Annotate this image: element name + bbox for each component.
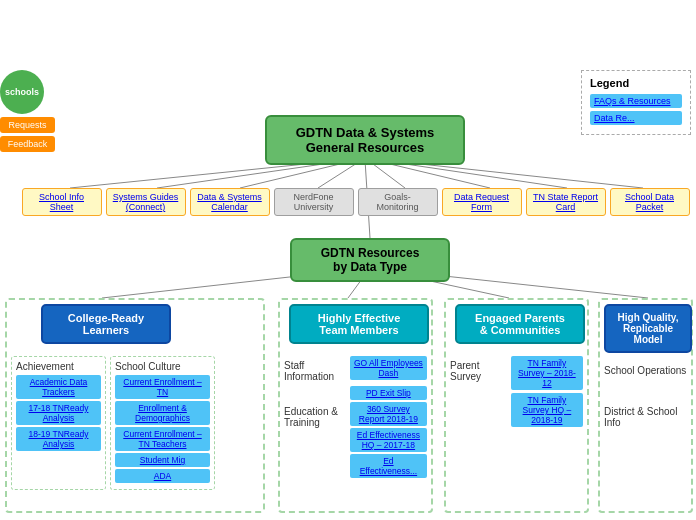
col3-links: TN Family Survey – 2018-12 TN Family Sur… (511, 356, 583, 429)
achievement-label: Achievement (16, 361, 101, 372)
gdtn-main-box: GDTN Data & Systems General Resources (265, 115, 465, 165)
col3-dashed-section: Engaged Parents & Communities Parent Sur… (444, 298, 589, 513)
legend-item-faqs[interactable]: FAQs & Resources (590, 94, 682, 108)
gdtn-sub-line1: GDTN Resources (306, 246, 434, 260)
resource-link-school-info[interactable]: School Info Sheet (22, 188, 102, 216)
resource-link-goals[interactable]: Goals-Monitoring (358, 188, 438, 216)
resource-link-nerdfone[interactable]: NerdFone University (274, 188, 354, 216)
col4-dashed-section: High Quality, Replicable Model School Op… (598, 298, 693, 513)
tnready-17-18-link[interactable]: 17-18 TNReady Analysis (16, 401, 101, 425)
current-enrollment-tn-link[interactable]: Current Enrollment – TN (115, 375, 210, 399)
col2-header: Highly Effective Team Members (289, 304, 429, 344)
schools-logo: schools (0, 70, 44, 114)
col4-header-line2: Replicable Model (623, 323, 673, 345)
col3-header-line1: Engaged Parents (475, 312, 565, 324)
col4-header: High Quality, Replicable Model (604, 304, 692, 353)
resource-link-data-request[interactable]: Data Request Form (442, 188, 522, 216)
pd-exit-slip-link[interactable]: PD Exit Slip (350, 386, 427, 400)
col3-left-labels: Parent Survey (450, 356, 508, 429)
gdtn-sub-line2: by Data Type (306, 260, 434, 274)
achievement-section: Achievement Academic Data Trackers 17-18… (11, 356, 106, 490)
col4-sections: School Operations District & School Info (604, 365, 687, 428)
requests-button[interactable]: Requests (0, 117, 55, 133)
enrollment-demographics-link[interactable]: Enrollment & Demographics (115, 401, 210, 425)
col1-header-line1: College-Ready (68, 312, 144, 324)
academic-data-trackers-link[interactable]: Academic Data Trackers (16, 375, 101, 399)
logo-area: schools Requests Feedback (0, 70, 55, 152)
resource-link-tn-state[interactable]: TN State Report Card (526, 188, 606, 216)
col2-dashed-section: Highly Effective Team Members Staff Info… (278, 298, 433, 513)
col2-header-line2: Team Members (319, 324, 398, 336)
resource-link-school-data[interactable]: School Data Packet (610, 188, 690, 216)
education-training-label: Education & Training (284, 406, 347, 428)
logo-text: schools (5, 87, 39, 97)
col1-header-line2: Learners (83, 324, 129, 336)
student-mig-link[interactable]: Student Mig (115, 453, 210, 467)
gdtn-main-line2: General Resources (285, 140, 445, 155)
district-school-info-label: District & School Info (604, 406, 687, 428)
tn-family-survey-hq-link[interactable]: TN Family Survey HQ – 2018-19 (511, 393, 583, 427)
col2-links: GO All Employees Dash PD Exit Slip 360 S… (350, 356, 427, 480)
360-survey-link[interactable]: 360 Survey Report 2018-19 (350, 402, 427, 426)
go-all-employees-link[interactable]: GO All Employees Dash (350, 356, 427, 380)
tnready-18-19-link[interactable]: 18-19 TNReady Analysis (16, 427, 101, 451)
col1-header: College-Ready Learners (41, 304, 171, 344)
ed-effectiveness2-link[interactable]: Ed Effectiveness... (350, 454, 427, 478)
tn-family-survey-link[interactable]: TN Family Survey – 2018-12 (511, 356, 583, 390)
feedback-button[interactable]: Feedback (0, 136, 55, 152)
gdtn-main-line1: GDTN Data & Systems (285, 125, 445, 140)
staff-info-label: Staff Information (284, 360, 347, 382)
gdtn-sub-box: GDTN Resources by Data Type (290, 238, 450, 282)
legend-item-data[interactable]: Data Re... (590, 111, 682, 125)
ed-effectiveness-link[interactable]: Ed Effectiveness HQ – 2017-18 (350, 428, 427, 452)
school-operations-label: School Operations (604, 365, 687, 376)
col3-header-line2: & Communities (480, 324, 561, 336)
school-culture-section: School Culture Current Enrollment – TN E… (110, 356, 215, 490)
legend-box: Legend FAQs & Resources Data Re... (581, 70, 691, 135)
resource-links-row: School Info Sheet Systems Guides (Connec… (20, 188, 691, 216)
col1-dashed-section: College-Ready Learners Achievement Acade… (5, 298, 265, 513)
ada-link[interactable]: ADA (115, 469, 210, 483)
legend-title: Legend (590, 77, 682, 89)
school-culture-label: School Culture (115, 361, 210, 372)
col2-left-labels: Staff Information Education & Training (284, 356, 347, 480)
parent-survey-label: Parent Survey (450, 360, 508, 382)
col4-header-line1: High Quality, (618, 312, 679, 323)
resource-link-systems-guides[interactable]: Systems Guides (Connect) (106, 188, 186, 216)
col2-header-line1: Highly Effective (318, 312, 401, 324)
resource-link-calendar[interactable]: Data & Systems Calendar (190, 188, 270, 216)
current-enrollment-teachers-link[interactable]: Current Enrollment – TN Teachers (115, 427, 210, 451)
col3-header: Engaged Parents & Communities (455, 304, 585, 344)
